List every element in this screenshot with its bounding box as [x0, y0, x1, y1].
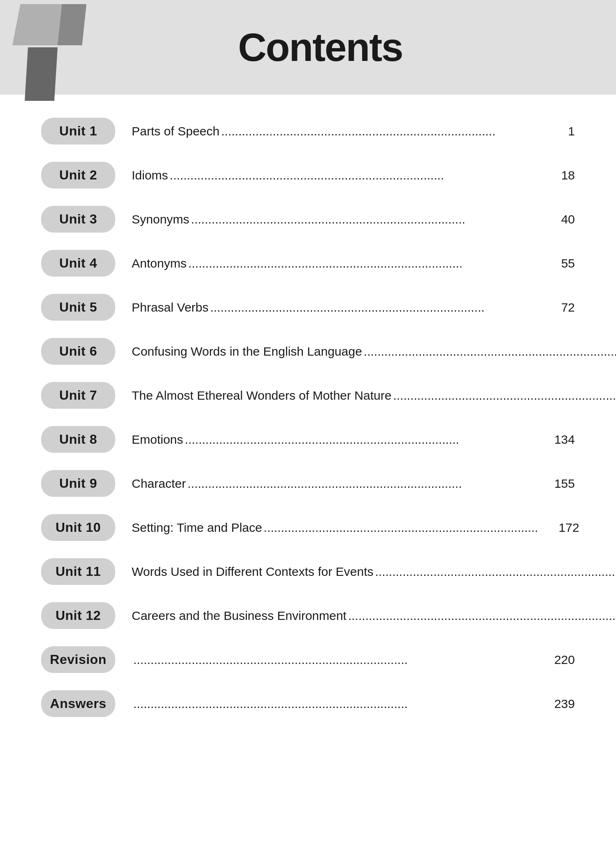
- toc-entry: Confusing Words in the English Language …: [132, 345, 616, 359]
- unit-badge: Unit 1: [41, 118, 115, 144]
- toc-entry: Emotions ...............................…: [132, 433, 575, 447]
- toc-entry-title: Synonyms: [132, 212, 189, 226]
- toc-entry: Phrasal Verbs...........................…: [132, 300, 575, 314]
- toc-area: Unit 1Parts of Speech...................…: [0, 95, 616, 752]
- toc-title-dots: Character ..............................…: [132, 477, 534, 491]
- unit-badge: Unit 8: [41, 426, 115, 453]
- toc-page-number: 155: [542, 477, 575, 491]
- toc-row: Unit 9Character ........................…: [41, 463, 575, 503]
- toc-entry-dots: ........................................…: [133, 653, 534, 667]
- unit-badge: Answers: [41, 690, 115, 717]
- unit-badge: Unit 12: [41, 602, 115, 629]
- toc-page-number: 72: [542, 300, 575, 314]
- toc-title-dots: Idioms .................................…: [132, 168, 534, 182]
- toc-row: Revision................................…: [41, 640, 575, 680]
- page-title: Contents: [238, 25, 403, 70]
- toc-page-number: 220: [542, 653, 575, 667]
- unit-badge: Unit 3: [41, 206, 115, 233]
- toc-entry-dots: ........................................…: [264, 521, 538, 535]
- toc-title-dots: Antonyms ...............................…: [132, 256, 534, 270]
- toc-entry-title: Careers and the Business Environment: [132, 609, 346, 623]
- toc-entry-title: Idioms: [132, 168, 168, 182]
- toc-title-dots: Synonyms................................…: [132, 212, 534, 226]
- toc-title-dots: ........................................…: [132, 653, 534, 667]
- toc-entry-title: Confusing Words in the English Language: [132, 345, 362, 359]
- toc-page-number: 40: [542, 212, 575, 226]
- toc-entry-title: The Almost Ethereal Wonders of Mother Na…: [132, 389, 391, 403]
- deco-shape-1: [12, 4, 66, 45]
- toc-title-dots: ........................................…: [132, 697, 534, 711]
- toc-entry: Parts of Speech.........................…: [132, 124, 575, 138]
- toc-title-dots: The Almost Ethereal Wonders of Mother Na…: [132, 389, 616, 403]
- toc-entry-dots: ........................................…: [364, 345, 616, 359]
- toc-title-dots: Confusing Words in the English Language …: [132, 345, 616, 359]
- toc-title-dots: Phrasal Verbs...........................…: [132, 300, 534, 314]
- toc-entry-dots: ........................................…: [221, 124, 534, 138]
- unit-badge: Revision: [41, 646, 115, 673]
- toc-entry-dots: ........................................…: [191, 212, 534, 226]
- toc-entry: ........................................…: [132, 697, 575, 711]
- toc-entry: Setting: Time and Place ................…: [132, 521, 579, 535]
- toc-entry-title: Words Used in Different Contexts for Eve…: [132, 565, 373, 579]
- toc-entry: Synonyms................................…: [132, 212, 575, 226]
- toc-title-dots: Parts of Speech.........................…: [132, 124, 534, 138]
- toc-title-dots: Careers and the Business Environment....…: [132, 609, 616, 623]
- toc-page-number: 1: [542, 124, 575, 138]
- toc-row: Unit 2Idioms ...........................…: [41, 155, 575, 195]
- toc-row: Unit 4Antonyms .........................…: [41, 243, 575, 283]
- toc-entry-dots: ........................................…: [170, 168, 534, 182]
- toc-entry-title: Antonyms: [132, 256, 186, 270]
- header-section: Contents: [0, 0, 616, 95]
- toc-row: Answers.................................…: [41, 684, 575, 724]
- toc-title-dots: Emotions ...............................…: [132, 433, 534, 447]
- toc-entry: Careers and the Business Environment....…: [132, 609, 616, 623]
- toc-entry-dots: ........................................…: [188, 256, 534, 270]
- toc-entry-dots: ........................................…: [393, 389, 616, 403]
- toc-row: Unit 12Careers and the Business Environm…: [41, 596, 575, 636]
- toc-entry-dots: ........................................…: [375, 565, 616, 579]
- toc-row: Unit 6Confusing Words in the English Lan…: [41, 331, 575, 371]
- toc-row: Unit 1Parts of Speech...................…: [41, 111, 575, 151]
- toc-row: Unit 11Words Used in Different Contexts …: [41, 552, 575, 591]
- toc-entry: Words Used in Different Contexts for Eve…: [132, 565, 616, 579]
- page: Contents Unit 1Parts of Speech..........…: [0, 0, 616, 843]
- unit-badge: Unit 9: [41, 470, 115, 497]
- unit-badge: Unit 11: [41, 558, 115, 585]
- unit-badge: Unit 6: [41, 338, 115, 365]
- unit-badge: Unit 10: [41, 514, 115, 541]
- toc-page-number: 55: [542, 256, 575, 270]
- toc-entry: The Almost Ethereal Wonders of Mother Na…: [132, 389, 616, 403]
- toc-entry-title: Parts of Speech: [132, 124, 219, 138]
- toc-entry-dots: ........................................…: [133, 697, 534, 711]
- toc-entry-dots: ........................................…: [348, 609, 616, 623]
- toc-row: Unit 10Setting: Time and Place .........…: [41, 508, 575, 547]
- toc-row: Unit 5Phrasal Verbs.....................…: [41, 287, 575, 327]
- toc-entry-dots: ........................................…: [188, 477, 534, 491]
- toc-title-dots: Words Used in Different Contexts for Eve…: [132, 565, 616, 579]
- deco-shape-3: [25, 47, 58, 101]
- toc-row: Unit 3Synonyms..........................…: [41, 199, 575, 239]
- toc-page-number: 18: [542, 168, 575, 182]
- toc-entry-title: Phrasal Verbs: [132, 300, 209, 314]
- toc-page-number: 134: [542, 433, 575, 447]
- toc-entry: Idioms .................................…: [132, 168, 575, 182]
- toc-entry-dots: ........................................…: [210, 300, 534, 314]
- unit-badge: Unit 4: [41, 250, 115, 277]
- deco-shape-2: [58, 4, 86, 45]
- unit-badge: Unit 2: [41, 162, 115, 189]
- toc-row: Unit 8Emotions .........................…: [41, 419, 575, 459]
- toc-page-number: 239: [542, 697, 575, 711]
- unit-badge: Unit 5: [41, 294, 115, 321]
- toc-entry: ........................................…: [132, 653, 575, 667]
- decorative-shapes: [0, 0, 99, 95]
- toc-entry-dots: ........................................…: [185, 433, 534, 447]
- toc-entry: Antonyms ...............................…: [132, 256, 575, 270]
- unit-badge: Unit 7: [41, 382, 115, 409]
- toc-page-number: 172: [546, 521, 579, 535]
- toc-title-dots: Setting: Time and Place ................…: [132, 521, 538, 535]
- toc-row: Unit 7The Almost Ethereal Wonders of Mot…: [41, 375, 575, 415]
- toc-entry-title: Character: [132, 477, 186, 491]
- toc-entry-title: Emotions: [132, 433, 183, 447]
- toc-entry: Character ..............................…: [132, 477, 575, 491]
- toc-entry-title: Setting: Time and Place: [132, 521, 262, 535]
